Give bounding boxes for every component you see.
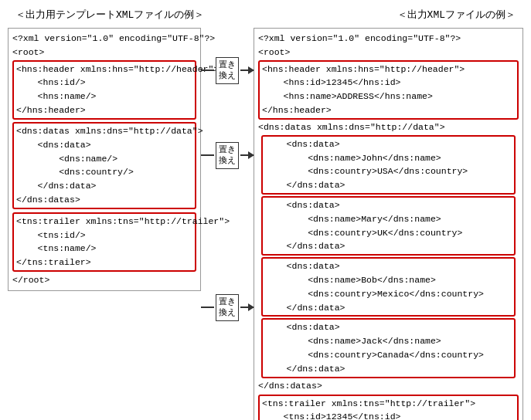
left-datas-0: <dns:datas xmlns:dns="http://data"> xyxy=(16,124,192,138)
right-data1-0: <dns:data> xyxy=(265,137,512,151)
right-data4-3: </dns:data> xyxy=(265,362,512,376)
right-header-3: </hns:header> xyxy=(262,103,515,117)
right-data4-0: <dns:data> xyxy=(265,320,512,334)
left-panel: <?xml version="1.0" encoding="UTF-8"?> <… xyxy=(8,28,201,291)
left-xml-line2: <root> xyxy=(12,46,196,59)
left-header-2: <hns:name/> xyxy=(16,90,192,103)
left-trailer-3: </tns:trailer> xyxy=(16,256,192,269)
right-data-box-4: <dns:data> <dns:name>Jack</dns:name> <dn… xyxy=(261,318,516,378)
right-header-box: <hns:header xmlns:hns="http://header"> <… xyxy=(258,60,519,120)
right-data2-1: <dns:name>Mary</dns:name> xyxy=(265,212,512,226)
right-data4-2: <dns:country>Canada</dns:country> xyxy=(265,348,512,362)
right-data-box-3: <dns:data> <dns:name>Bob</dns:name> <dns… xyxy=(261,257,516,317)
right-data2-3: </dns:data> xyxy=(265,239,512,253)
left-header-0: <hns:header xmlns:hns="http://header"> xyxy=(16,63,192,76)
right-data3-3: </dns:data> xyxy=(265,301,512,315)
left-datas-1: <dns:data> xyxy=(16,138,192,152)
left-xml-end: </root> xyxy=(12,273,196,287)
right-data2-2: <dns:country>UK</dns:country> xyxy=(265,226,512,240)
right-data3-2: <dns:country>Mexico</dns:country> xyxy=(265,287,512,301)
arrow1: 置き 換え xyxy=(201,57,254,84)
left-datas-5: </dns:datas> xyxy=(16,193,192,207)
right-data4-1: <dns:name>Jack</dns:name> xyxy=(265,334,512,348)
right-trailer-0: <tns:trailer xmlns:tns="http://trailer"> xyxy=(262,397,515,411)
right-header-1: <hns:id>12345</hns:id> xyxy=(262,76,515,90)
right-data2-0: <dns:data> xyxy=(265,198,512,212)
left-header-1: <hns:id/> xyxy=(16,76,192,90)
left-data-box: <dns:datas xmlns:dns="http://data"> <dns… xyxy=(12,122,196,209)
right-data1-2: <dns:country>USA</dns:country> xyxy=(265,164,512,178)
right-trailer-1: <tns:id>12345</tns:id> xyxy=(262,410,515,420)
right-datas-open: <dns:datas xmlns:dns="http://data"> xyxy=(258,120,519,134)
left-trailer-2: <tns:name/> xyxy=(16,242,192,256)
left-header-3: </hns:header> xyxy=(16,103,192,117)
main-container: ＜出力用テンプレートXMLファイルの例＞ ＜出力XMLファイルの例＞ <?xml… xyxy=(8,8,523,420)
right-data-box-1: <dns:data> <dns:name>John</dns:name> <dn… xyxy=(261,135,516,195)
left-title: ＜出力用テンプレートXMLファイルの例＞ xyxy=(15,8,204,22)
left-datas-4: </dns:data> xyxy=(16,179,192,193)
arrows-panel: 置き 換え 置き 換え 置き 換え xyxy=(201,28,254,420)
left-trailer-1: <tns:id/> xyxy=(16,229,192,242)
arrow3-label: 置き 換え xyxy=(216,294,239,321)
right-datas-close: </dns:datas> xyxy=(258,379,519,393)
right-data3-1: <dns:name>Bob</dns:name> xyxy=(265,273,512,287)
right-title: ＜出力XMLファイルの例＞ xyxy=(397,8,516,22)
left-trailer-box: <tns:trailer xmlns:tns="http://trailer">… xyxy=(12,212,196,272)
right-data1-1: <dns:name>John</dns:name> xyxy=(265,151,512,165)
right-header-0: <hns:header xmlns:hns="http://header"> xyxy=(262,63,515,76)
right-data3-0: <dns:data> xyxy=(265,259,512,273)
left-xml-line1: <?xml version="1.0" encoding="UTF-8"?> xyxy=(12,32,196,46)
arrow1-label: 置き 換え xyxy=(216,57,239,84)
arrow2-label: 置き 換え xyxy=(216,142,239,169)
right-header-2: <hns:name>ADDRESS</hns:name> xyxy=(262,90,515,103)
right-panel: <?xml version="1.0" encoding="UTF-8"?> <… xyxy=(254,28,523,420)
arrow2: 置き 換え xyxy=(201,142,254,169)
right-trailer-box: <tns:trailer xmlns:tns="http://trailer">… xyxy=(258,395,519,421)
right-xml-line2: <root> xyxy=(258,46,519,59)
left-datas-3: <dns:country/> xyxy=(16,165,192,179)
right-xml-line1: <?xml version="1.0" encoding="UTF-8"?> xyxy=(258,32,519,46)
right-data1-3: </dns:data> xyxy=(265,178,512,192)
left-trailer-0: <tns:trailer xmlns:tns="http://trailer"> xyxy=(16,215,192,229)
right-data-box-2: <dns:data> <dns:name>Mary</dns:name> <dn… xyxy=(261,196,516,256)
left-datas-2: <dns:name/> xyxy=(16,152,192,166)
arrow3: 置き 換え xyxy=(201,294,254,321)
left-header-box: <hns:header xmlns:hns="http://header"> <… xyxy=(12,60,196,120)
